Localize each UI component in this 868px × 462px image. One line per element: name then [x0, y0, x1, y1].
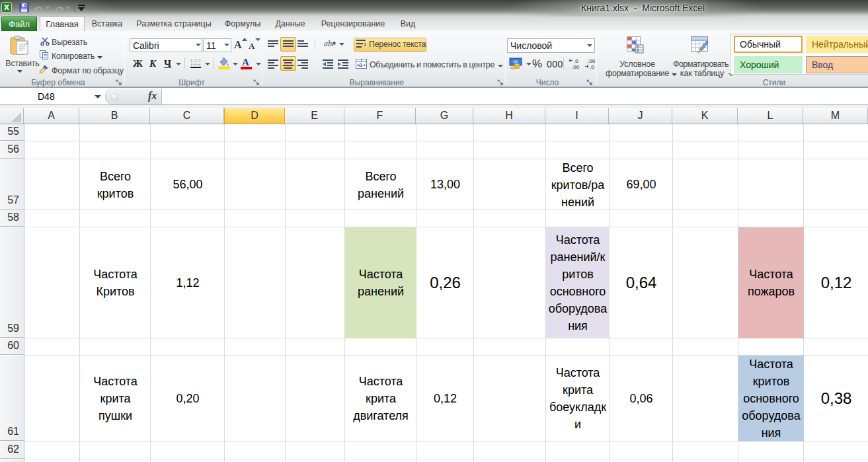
svg-text:ab: ab: [324, 39, 332, 48]
svg-text:,0: ,0: [574, 58, 578, 64]
svg-text:,00: ,00: [588, 58, 596, 64]
svg-text:,00: ,00: [572, 64, 580, 69]
svg-text:а: а: [359, 61, 362, 68]
svg-text:,0: ,0: [590, 64, 594, 69]
